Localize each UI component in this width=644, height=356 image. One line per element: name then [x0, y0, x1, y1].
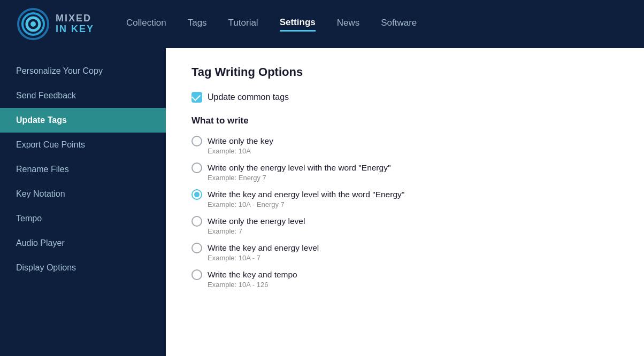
logo-text: MIXED IN KEY — [56, 13, 94, 35]
main-nav: Collection Tags Tutorial Settings News S… — [126, 17, 627, 32]
option-key-energy-word: Write the key and energy level with the … — [191, 189, 618, 208]
logo-inkey: IN KEY — [56, 24, 94, 35]
header: MIXED IN KEY Collection Tags Tutorial Se… — [0, 0, 644, 48]
label-key-tempo: Write the key and tempo — [208, 270, 297, 280]
radio-key-only[interactable] — [191, 136, 202, 146]
nav-news[interactable]: News — [337, 18, 360, 30]
sidebar-item-display-options[interactable]: Display Options — [0, 256, 166, 280]
nav-tags[interactable]: Tags — [188, 18, 207, 30]
sidebar: Personalize Your Copy Send Feedback Upda… — [0, 48, 166, 356]
logo-mixed: MIXED — [56, 13, 94, 24]
update-common-tags-checkbox[interactable] — [191, 92, 202, 103]
radio-energy-word[interactable] — [191, 162, 202, 173]
what-to-write-title: What to write — [191, 115, 618, 126]
nav-collection[interactable]: Collection — [126, 18, 166, 30]
sidebar-item-feedback[interactable]: Send Feedback — [0, 83, 166, 108]
logo-icon — [17, 8, 49, 40]
write-options-group: Write only the key Example: 10A Write on… — [191, 136, 618, 294]
option-energy-word: Write only the energy level with the wor… — [191, 162, 618, 182]
radio-key-energy[interactable] — [191, 243, 202, 253]
option-key-energy: Write the key and energy level Example: … — [191, 243, 618, 262]
label-key-energy-word: Write the key and energy level with the … — [208, 190, 404, 199]
content-area: Tag Writing Options Update common tags W… — [166, 48, 644, 356]
example-energy-word: Example: Energy 7 — [208, 174, 618, 182]
option-key-tempo: Write the key and tempo Example: 10A - 1… — [191, 269, 618, 289]
radio-energy-only[interactable] — [191, 216, 202, 227]
nav-tutorial[interactable]: Tutorial — [228, 18, 258, 30]
label-key-energy: Write the key and energy level — [208, 243, 319, 253]
sidebar-item-key-notation[interactable]: Key Notation — [0, 182, 166, 206]
example-energy-only: Example: 7 — [208, 227, 618, 235]
sidebar-item-audio-player[interactable]: Audio Player — [0, 231, 166, 256]
label-energy-word: Write only the energy level with the wor… — [208, 163, 390, 173]
sidebar-item-rename[interactable]: Rename Files — [0, 157, 166, 182]
example-key-energy: Example: 10A - 7 — [208, 254, 618, 262]
example-key-tempo: Example: 10A - 126 — [208, 281, 618, 289]
label-key-only: Write only the key — [208, 136, 273, 146]
section-title: Tag Writing Options — [191, 65, 618, 79]
main-layout: Personalize Your Copy Send Feedback Upda… — [0, 48, 644, 356]
sidebar-item-personalize[interactable]: Personalize Your Copy — [0, 59, 166, 83]
option-energy-only: Write only the energy level Example: 7 — [191, 216, 618, 235]
example-key-energy-word: Example: 10A - Energy 7 — [208, 200, 618, 208]
radio-key-energy-word[interactable] — [191, 189, 202, 200]
update-common-tags-row: Update common tags — [191, 92, 618, 103]
option-key-only: Write only the key Example: 10A — [191, 136, 618, 155]
nav-software[interactable]: Software — [381, 18, 417, 30]
svg-point-3 — [30, 21, 36, 27]
example-key-only: Example: 10A — [208, 147, 618, 155]
label-energy-only: Write only the energy level — [208, 216, 305, 226]
sidebar-item-tempo[interactable]: Tempo — [0, 206, 166, 231]
update-common-tags-label: Update common tags — [208, 92, 289, 102]
nav-settings[interactable]: Settings — [280, 17, 316, 32]
logo: MIXED IN KEY — [17, 8, 94, 40]
radio-key-tempo[interactable] — [191, 269, 202, 280]
sidebar-item-update-tags[interactable]: Update Tags — [0, 108, 166, 133]
sidebar-item-export-cue[interactable]: Export Cue Points — [0, 133, 166, 157]
